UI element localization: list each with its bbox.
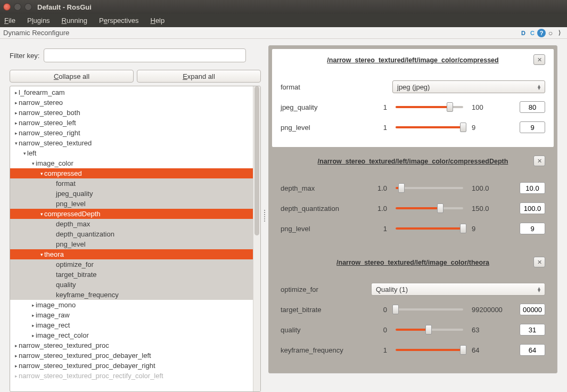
filter-label: Filter key: [10,52,39,60]
tree-node[interactable]: ▸image_mono [10,300,260,310]
chevron-updown-icon: ▴▾ [538,84,540,89]
tree-leaf[interactable]: png_level [10,239,260,249]
target-bitrate-input[interactable] [520,304,545,315]
window-title: Default - RosGui [37,3,92,11]
depth-max-input[interactable] [520,182,545,194]
panel-title: /narrow_stereo_textured/left/image_color… [318,158,508,165]
quality-input[interactable] [520,324,545,336]
tree-leaf[interactable]: png_level [10,199,260,209]
param-max: 100.0 [472,184,514,192]
target-bitrate-slider[interactable] [396,304,463,315]
depth-quant-input[interactable] [520,202,545,214]
tree-node[interactable]: ▸narrow_stereo_right [10,128,260,138]
jpeg-quality-input[interactable] [520,101,545,113]
menu-file[interactable]: File [4,17,15,24]
tree-node[interactable]: ▾left [10,148,260,158]
param-label: keyframe_frequency [281,346,366,354]
param-min: 1 [371,103,387,111]
keyframe-freq-slider[interactable] [396,345,463,355]
param-max: 63 [472,326,514,334]
tree-node[interactable]: ▾narrow_stereo_textured [10,138,260,148]
tree-leaf[interactable]: quality [10,280,260,290]
depth-quant-slider[interactable] [396,203,463,214]
param-max: 99200000 [472,306,514,314]
tree-leaf[interactable]: target_bitrate [10,270,260,280]
dock-icon[interactable]: D [519,29,528,37]
collapse-all-button[interactable]: Collapse all [10,70,134,83]
left-pane: Filter key: Collapse all Expand all ▸l_f… [0,39,261,392]
window-minimize-button[interactable] [14,3,21,11]
tree-leaf[interactable]: format [10,178,260,189]
tree-node[interactable]: ▸image_rect_color [10,330,260,340]
panel-close-button[interactable]: ✕ [533,257,545,267]
cd-png-level-input[interactable] [520,223,545,234]
tree-node-selected[interactable]: ▾compressed [10,168,260,178]
tree-leaf[interactable]: optimize_for [10,259,260,270]
topic-tree: ▸l_forearm_cam ▸narrow_stereo ▸narrow_st… [10,86,261,392]
tree-node[interactable]: ▸narrow_stereo_textured_proc_debayer_lef… [10,350,260,361]
param-min: 1 [371,346,387,354]
tree-node[interactable]: ▸l_forearm_cam [10,87,260,97]
panel-compressed: /narrow_stereo_textured/left/image_color… [272,49,554,147]
close-plugin-icon[interactable]: ⟩ [555,29,564,37]
tree-leaf[interactable]: depth_max [10,219,260,229]
window-close-button[interactable] [3,3,11,11]
plugin-header: Dynamic Reconfigure D C ? ○ ⟩ [0,27,567,39]
tree-node[interactable]: ▾image_color [10,158,260,168]
tree-scrollbar[interactable] [253,86,260,391]
right-pane: /narrow_stereo_textured/left/image_color… [268,39,567,392]
tree-node[interactable]: ▸narrow_stereo_textured_proc [10,340,260,350]
pane-splitter[interactable] [261,39,268,392]
param-min: 1.0 [371,205,387,213]
tree-node-selected[interactable]: ▾compressedDepth [10,209,260,219]
tree-node[interactable]: ▸narrow_stereo_both [10,108,260,118]
menu-plugins[interactable]: Plugins [27,17,50,24]
param-label: quality [281,326,366,334]
tree-leaf[interactable]: keyframe_frequency [10,290,260,300]
param-label: jpeg_quality [281,103,366,111]
png-level-slider[interactable] [396,122,463,133]
menu-running[interactable]: Running [62,17,87,24]
tree-node[interactable]: ▸image_raw [10,310,260,320]
param-max: 64 [472,346,514,354]
jpeg-quality-slider[interactable] [396,102,463,112]
plugin-title: Dynamic Reconfigure [3,29,69,37]
filter-input[interactable] [44,48,246,62]
reload-icon[interactable]: C [528,29,537,37]
tree-node[interactable]: ▸narrow_stereo_left [10,118,260,128]
menu-perspectives[interactable]: Perspectives [99,17,138,24]
param-max: 9 [472,124,514,132]
param-label: png_level [281,124,366,132]
keyframe-freq-input[interactable] [520,344,545,356]
param-min: 0 [371,326,387,334]
param-min: 1.0 [371,184,387,192]
png-level-input[interactable] [520,121,545,133]
param-min: 1 [371,124,387,132]
cd-png-level-slider[interactable] [396,223,463,234]
panel-close-button[interactable]: ✕ [533,54,545,65]
expand-all-button[interactable]: Expand all [137,70,261,83]
quality-slider[interactable] [396,324,463,335]
tree-node[interactable]: ▸narrow_stereo_textured_proc_debayer_rig… [10,361,260,371]
tree-node[interactable]: ▸narrow_stereo [10,97,260,108]
help-icon[interactable]: ? [537,29,546,37]
param-min: 0 [371,306,387,314]
tree-node[interactable]: ▸image_rect [10,320,260,330]
settings-icon[interactable]: ○ [546,29,555,37]
menu-help[interactable]: Help [150,17,165,24]
panel-close-button[interactable]: ✕ [533,156,545,166]
depth-max-slider[interactable] [396,183,463,193]
tree-node-selected[interactable]: ▾theora [10,249,260,259]
panel-title: /narrow_stereo_textured/left/image_color… [336,259,489,266]
format-combo[interactable]: jpeg (jpeg) ▴▾ [392,80,545,93]
tree-node[interactable]: ▸narrow_stereo_textured_proc_rectify_col… [10,371,260,381]
param-label: target_bitrate [281,306,366,314]
optimize-for-combo[interactable]: Quality (1) ▴▾ [371,283,545,296]
param-label: depth_quantization [281,205,366,213]
window-maximize-button[interactable] [24,3,32,11]
param-max: 150.0 [472,205,514,213]
tree-leaf[interactable]: depth_quantization [10,229,260,239]
param-label: depth_max [281,184,366,192]
param-label: optimize_for [281,285,366,293]
tree-leaf[interactable]: jpeg_quality [10,189,260,199]
